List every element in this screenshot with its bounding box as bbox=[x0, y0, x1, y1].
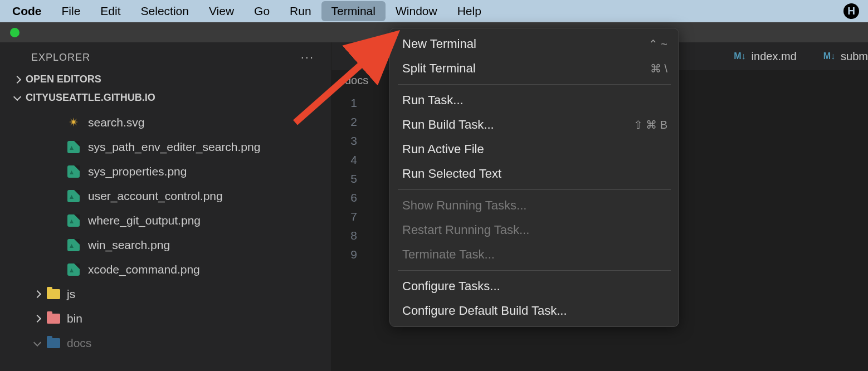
menu-shortcut: ⇧ ⌘ B bbox=[633, 118, 667, 131]
file-item[interactable]: ✴ search.svg bbox=[0, 110, 331, 135]
menu-shortcut: ⌃ ~ bbox=[648, 37, 667, 51]
editor-tab[interactable]: M↓ subm bbox=[810, 42, 868, 70]
file-item[interactable]: xcode_command.png bbox=[0, 257, 331, 282]
line-number: 9 bbox=[331, 245, 357, 264]
file-item[interactable]: sys_properties.png bbox=[0, 159, 331, 184]
menu-item-label: Run Selected Text bbox=[402, 167, 501, 181]
svg-file-icon: ✴ bbox=[67, 116, 80, 129]
menu-terminate-task: Terminate Task... bbox=[390, 242, 679, 267]
menu-separator bbox=[398, 84, 671, 85]
image-file-icon bbox=[67, 189, 80, 203]
markdown-file-icon: M↓ bbox=[734, 51, 745, 61]
menu-run-build-task[interactable]: Run Build Task... ⇧ ⌘ B bbox=[390, 113, 679, 137]
folder-icon bbox=[47, 314, 60, 324]
menu-item-label: Run Task... bbox=[402, 93, 464, 108]
tab-label: index.md bbox=[752, 50, 797, 63]
file-name: search.svg bbox=[88, 116, 145, 129]
traffic-light-icon[interactable] bbox=[10, 28, 19, 37]
open-editors-section[interactable]: OPEN EDITORS bbox=[0, 70, 331, 89]
file-tree: ✴ search.svg sys_path_env_editer_search.… bbox=[0, 110, 331, 355]
menu-item-label: Configure Default Build Task... bbox=[402, 304, 567, 318]
more-actions-icon[interactable]: ··· bbox=[301, 50, 320, 65]
markdown-file-icon: M↓ bbox=[354, 51, 365, 61]
menu-item-label: New Terminal bbox=[402, 37, 476, 51]
menu-show-running-tasks: Show Running Tasks... bbox=[390, 193, 679, 218]
menu-shortcut: ⌘ \ bbox=[650, 62, 667, 75]
explorer-title: EXPLORER bbox=[31, 52, 90, 64]
menu-split-terminal[interactable]: Split Terminal ⌘ \ bbox=[390, 56, 679, 81]
open-editors-label: OPEN EDITORS bbox=[26, 74, 101, 85]
menu-configure-tasks[interactable]: Configure Tasks... bbox=[390, 274, 679, 299]
menu-terminal[interactable]: Terminal bbox=[321, 1, 386, 21]
menu-item-label: Run Build Task... bbox=[402, 118, 494, 132]
menu-run-active-file[interactable]: Run Active File bbox=[390, 137, 679, 162]
line-number: 1 bbox=[331, 94, 357, 113]
terminal-dropdown: New Terminal ⌃ ~ Split Terminal ⌘ \ Run … bbox=[389, 28, 679, 327]
folder-icon bbox=[47, 338, 60, 348]
file-item[interactable]: user_account_control.png bbox=[0, 184, 331, 208]
file-item[interactable]: where_git_output.png bbox=[0, 208, 331, 233]
file-item[interactable]: sys_path_env_editer_search.png bbox=[0, 135, 331, 159]
editor-tab[interactable]: M↓ index.md bbox=[720, 42, 810, 70]
folder-icon bbox=[47, 289, 60, 299]
tab-label: subm bbox=[841, 50, 868, 63]
markdown-file-icon: M↓ bbox=[823, 51, 835, 61]
line-number: 8 bbox=[331, 226, 357, 245]
line-number: 7 bbox=[331, 207, 357, 226]
image-file-icon bbox=[67, 238, 80, 252]
editor-tab[interactable]: M↓ vs bbox=[340, 42, 396, 70]
menu-run[interactable]: Run bbox=[280, 1, 321, 21]
chevron-right-icon bbox=[33, 290, 41, 298]
repo-label: CITYUSEATTLE.GITHUB.IO bbox=[26, 92, 155, 104]
folder-item[interactable]: docs bbox=[0, 331, 331, 355]
menu-run-task[interactable]: Run Task... bbox=[390, 88, 679, 113]
menu-item-label: Run Active File bbox=[402, 142, 484, 157]
menu-separator bbox=[398, 189, 671, 190]
menu-restart-running-task: Restart Running Task... bbox=[390, 218, 679, 242]
explorer-header: EXPLORER ··· bbox=[0, 42, 331, 70]
file-name: win_search.png bbox=[88, 238, 170, 252]
file-name: xcode_command.png bbox=[88, 263, 200, 276]
menu-file[interactable]: File bbox=[52, 1, 91, 21]
menu-item-label: Split Terminal bbox=[402, 61, 476, 76]
menu-item-label: Configure Tasks... bbox=[402, 279, 500, 294]
help-badge-icon[interactable]: H bbox=[843, 3, 859, 19]
line-gutter: 1 2 3 4 5 6 7 8 9 bbox=[331, 90, 365, 371]
menu-edit[interactable]: Edit bbox=[90, 1, 130, 21]
chevron-down-icon bbox=[33, 338, 41, 346]
folder-item[interactable]: bin bbox=[0, 306, 331, 331]
chevron-down-icon bbox=[13, 93, 21, 101]
line-number: 3 bbox=[331, 131, 357, 150]
repo-section[interactable]: CITYUSEATTLE.GITHUB.IO bbox=[0, 89, 331, 107]
folder-name: docs bbox=[67, 336, 91, 350]
menu-view[interactable]: View bbox=[199, 1, 244, 21]
menu-item-label: Terminate Task... bbox=[402, 247, 495, 262]
file-item[interactable]: win_search.png bbox=[0, 233, 331, 257]
folder-name: bin bbox=[67, 312, 82, 325]
menu-selection[interactable]: Selection bbox=[131, 1, 199, 21]
folder-name: js bbox=[67, 287, 75, 301]
breadcrumb-segment: docs bbox=[345, 74, 368, 87]
menu-configure-default-build-task[interactable]: Configure Default Build Task... bbox=[390, 299, 679, 323]
folder-item[interactable]: js bbox=[0, 282, 331, 306]
menu-window[interactable]: Window bbox=[386, 1, 447, 21]
line-number: 6 bbox=[331, 188, 357, 207]
tab-label: vs bbox=[371, 50, 382, 63]
menu-help[interactable]: Help bbox=[447, 1, 491, 21]
line-number: 4 bbox=[331, 150, 357, 169]
chevron-right-icon bbox=[13, 75, 21, 83]
line-number: 5 bbox=[331, 169, 357, 188]
menu-new-terminal[interactable]: New Terminal ⌃ ~ bbox=[390, 32, 679, 56]
explorer-sidebar: EXPLORER ··· OPEN EDITORS CITYUSEATTLE.G… bbox=[0, 42, 331, 371]
menu-item-label: Restart Running Task... bbox=[402, 223, 529, 237]
image-file-icon bbox=[67, 165, 80, 178]
menu-run-selected-text[interactable]: Run Selected Text bbox=[390, 162, 679, 186]
image-file-icon bbox=[67, 214, 80, 227]
chevron-right-icon bbox=[33, 315, 41, 323]
line-number: 2 bbox=[331, 113, 357, 131]
menubar: Code File Edit Selection View Go Run Ter… bbox=[0, 0, 868, 22]
menu-go[interactable]: Go bbox=[244, 1, 280, 21]
menubar-app[interactable]: Code bbox=[6, 1, 52, 21]
file-name: user_account_control.png bbox=[88, 189, 223, 203]
menu-separator bbox=[398, 270, 671, 271]
